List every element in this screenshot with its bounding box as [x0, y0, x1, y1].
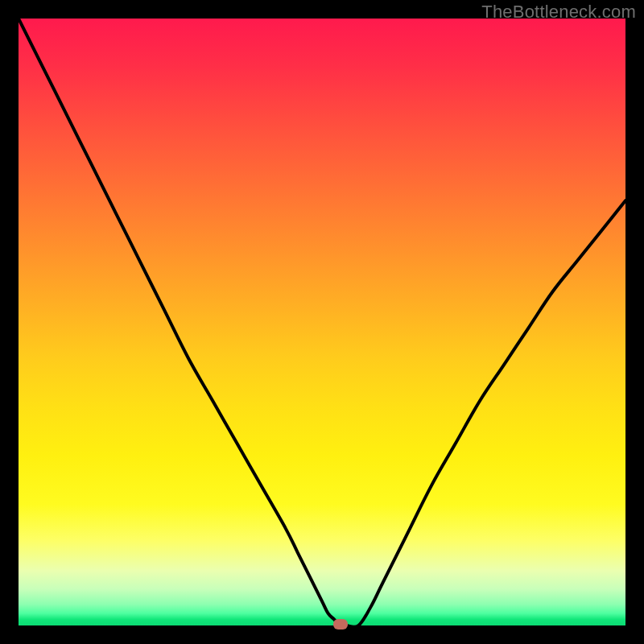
chart-frame: TheBottleneck.com: [0, 0, 644, 644]
chart-plot-area: [19, 19, 625, 625]
bottleneck-curve: [19, 19, 625, 625]
optimal-point-marker: [333, 619, 348, 630]
watermark-text: TheBottleneck.com: [481, 2, 636, 23]
